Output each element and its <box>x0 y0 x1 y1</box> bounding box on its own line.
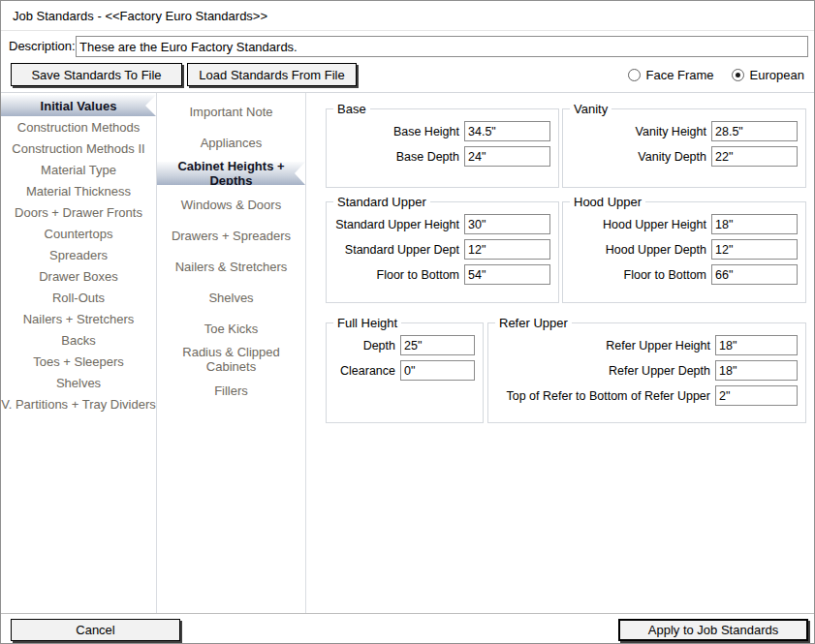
sidebar-nav: Initial ValuesConstruction MethodsConstr… <box>1 93 157 613</box>
content-area: Base Base HeightBase Depth Vanity Vanity… <box>306 93 815 613</box>
panel-refer-upper-title: Refer Upper <box>495 316 572 330</box>
vanity-depth-label: Vanity Depth <box>638 150 706 164</box>
panel-base: Base Base HeightBase Depth <box>326 108 559 188</box>
refer-upper-height-label: Refer Upper Height <box>606 339 710 353</box>
floor-to-bottom-label: Floor to Bottom <box>377 268 459 282</box>
sidebar-item-material-thickness[interactable]: Material Thickness <box>1 180 156 201</box>
sidebar-item-toes-sleepers[interactable]: Toes + Sleepers <box>1 351 156 372</box>
panel-refer-upper: Refer Upper Refer Upper HeightRefer Uppe… <box>487 322 806 423</box>
section-item-nailers-stretchers[interactable]: Nailers & Stretchers <box>157 251 305 282</box>
panel-hood-upper-body: Hood Upper HeightHood Upper DepthFloor t… <box>563 202 805 285</box>
hood-upper-depth-input[interactable] <box>711 239 798 260</box>
vanity-height-input[interactable] <box>711 121 798 141</box>
standard-upper-height-input[interactable] <box>464 214 550 234</box>
radio-face-frame[interactable]: Face Frame <box>628 68 714 82</box>
refer-upper-height-row: Refer Upper Height <box>496 335 798 355</box>
section-item-toe-kicks[interactable]: Toe Kicks <box>157 313 305 344</box>
radio-face-frame-circle[interactable] <box>628 69 641 81</box>
top-of-refer-to-bottom-of-refer-upper-input[interactable] <box>715 385 798 406</box>
sidebar-item-v-partitions-tray-dividers[interactable]: V. Partitions + Tray Dividers <box>1 393 156 414</box>
clearance-row: Clearance <box>334 360 475 381</box>
sidebar-item-countertops[interactable]: Countertops <box>1 223 156 244</box>
panel-hood-upper-title: Hood Upper <box>570 195 645 209</box>
panel-refer-upper-body: Refer Upper HeightRefer Upper DepthTop o… <box>488 323 805 406</box>
depth-row: Depth <box>334 335 475 355</box>
clearance-label: Clearance <box>340 364 395 378</box>
panel-base-title: Base <box>333 102 370 116</box>
base-height-row: Base Height <box>334 121 550 141</box>
sidebar-item-shelves[interactable]: Shelves <box>1 372 156 393</box>
section-nav: Important NoteAppliancesCabinet Heights … <box>157 93 306 613</box>
panel-full-height: Full Height DepthClearance <box>326 322 484 423</box>
hood-upper-height-input[interactable] <box>711 214 798 234</box>
section-item-appliances[interactable]: Appliances <box>157 127 305 158</box>
sidebar-item-drawer-boxes[interactable]: Drawer Boxes <box>1 265 156 287</box>
sidebar-item-material-type[interactable]: Material Type <box>1 159 156 180</box>
floor-to-bottom-row: Floor to Bottom <box>571 264 798 285</box>
base-height-input[interactable] <box>464 121 550 141</box>
panel-vanity-body: Vanity HeightVanity Depth <box>563 109 805 167</box>
panel-full-height-body: DepthClearance <box>327 323 483 381</box>
standard-upper-dept-row: Standard Upper Dept <box>334 239 550 260</box>
panel-base-body: Base HeightBase Depth <box>327 109 558 167</box>
panel-vanity: Vanity Vanity HeightVanity Depth <box>562 108 806 188</box>
floor-to-bottom-row: Floor to Bottom <box>334 264 550 285</box>
section-item-drawers-spreaders[interactable]: Drawers + Spreaders <box>157 220 305 251</box>
description-label: Description: <box>9 39 76 53</box>
clearance-input[interactable] <box>400 360 475 381</box>
sidebar-item-roll-outs[interactable]: Roll-Outs <box>1 287 156 308</box>
panel-standard-upper: Standard Upper Standard Upper HeightStan… <box>326 201 559 303</box>
panel-standard-upper-body: Standard Upper HeightStandard Upper Dept… <box>327 202 558 285</box>
refer-upper-height-input[interactable] <box>715 335 798 355</box>
job-standards-dialog: Job Standards - <<Factory Euro Standards… <box>0 0 815 644</box>
section-item-radius-clipped-cabinets[interactable]: Radius & Clipped Cabinets <box>157 344 305 375</box>
section-item-fillers[interactable]: Fillers <box>157 375 305 406</box>
title-bar: Job Standards - <<Factory Euro Standards… <box>1 1 814 31</box>
standard-upper-dept-label: Standard Upper Dept <box>345 243 459 257</box>
window-title: Job Standards - <<Factory Euro Standards… <box>13 9 267 23</box>
section-item-windows-doors[interactable]: Windows & Doors <box>157 189 305 220</box>
vanity-depth-input[interactable] <box>711 146 798 167</box>
refer-upper-depth-label: Refer Upper Depth <box>609 364 710 378</box>
cancel-button[interactable]: Cancel <box>11 619 180 641</box>
footer-bar: Cancel Apply to Job Standards <box>1 613 814 644</box>
section-item-shelves[interactable]: Shelves <box>157 282 305 313</box>
vanity-height-row: Vanity Height <box>571 121 798 141</box>
hood-upper-depth-row: Hood Upper Depth <box>571 239 798 260</box>
radio-face-frame-label: Face Frame <box>646 68 714 82</box>
top-of-refer-to-bottom-of-refer-upper-label: Top of Refer to Bottom of Refer Upper <box>506 389 710 403</box>
sidebar-item-construction-methods[interactable]: Construction Methods <box>1 116 156 138</box>
depth-input[interactable] <box>400 335 475 355</box>
radio-european-circle[interactable] <box>732 69 744 81</box>
panel-hood-upper: Hood Upper Hood Upper HeightHood Upper D… <box>562 201 806 303</box>
sidebar-item-backs[interactable]: Backs <box>1 329 156 351</box>
refer-upper-depth-input[interactable] <box>715 360 798 381</box>
standard-upper-height-row: Standard Upper Height <box>334 214 550 234</box>
sidebar-item-initial-values[interactable]: Initial Values <box>1 95 156 116</box>
save-standards-button[interactable]: Save Standards To File <box>11 63 182 86</box>
main-region: Initial ValuesConstruction MethodsConstr… <box>1 92 815 613</box>
sidebar-item-doors-drawer-fronts[interactable]: Doors + Drawer Fronts <box>1 201 156 223</box>
section-item-important-note[interactable]: Important Note <box>157 96 305 127</box>
apply-to-job-standards-button[interactable]: Apply to Job Standards <box>618 619 808 641</box>
standard-upper-height-label: Standard Upper Height <box>335 218 459 231</box>
radio-european-label: European <box>750 68 804 82</box>
standard-upper-dept-input[interactable] <box>464 239 550 260</box>
sidebar-item-construction-methods-ii[interactable]: Construction Methods II <box>1 138 156 159</box>
depth-label: Depth <box>363 339 395 353</box>
floor-to-bottom-input[interactable] <box>711 264 798 285</box>
panel-standard-upper-title: Standard Upper <box>333 195 430 209</box>
floor-to-bottom-input[interactable] <box>464 264 550 285</box>
section-item-cabinet-heights-depths[interactable]: Cabinet Heights + Depths <box>157 162 305 185</box>
hood-upper-depth-label: Hood Upper Depth <box>606 243 706 257</box>
load-standards-button[interactable]: Load Standards From File <box>187 63 357 86</box>
floor-to-bottom-label: Floor to Bottom <box>624 268 706 282</box>
sidebar-item-spreaders[interactable]: Spreaders <box>1 244 156 265</box>
base-depth-input[interactable] <box>464 146 550 167</box>
radio-european[interactable]: European <box>732 68 804 82</box>
description-input[interactable] <box>76 36 808 57</box>
base-depth-label: Base Depth <box>396 150 459 164</box>
sidebar-item-nailers-stretchers[interactable]: Nailers + Stretchers <box>1 308 156 329</box>
panel-full-height-title: Full Height <box>333 316 401 330</box>
panel-vanity-title: Vanity <box>570 102 611 116</box>
